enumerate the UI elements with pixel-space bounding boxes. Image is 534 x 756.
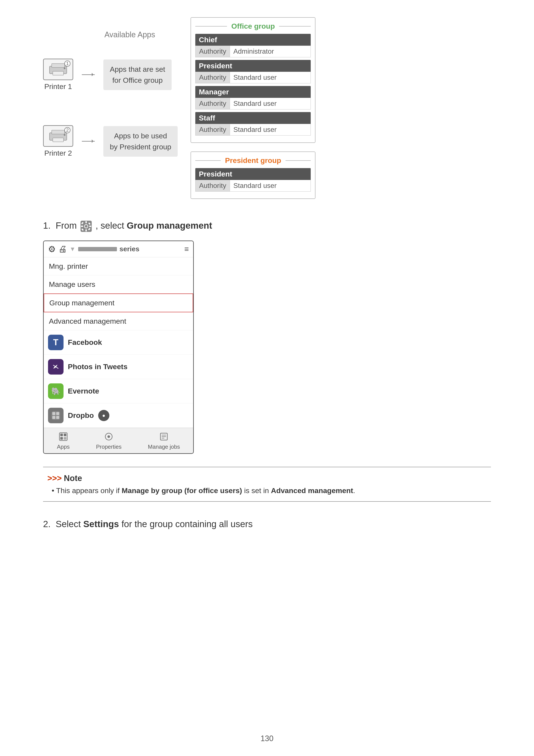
svg-rect-13 [89, 226, 91, 227]
president-office-name: President [195, 60, 311, 72]
svg-rect-1 [52, 64, 64, 68]
note-text-content: • This appears only if Manage by group (… [47, 486, 487, 495]
svg-point-7 [64, 134, 65, 136]
evernote-icon: 🐘 [48, 383, 64, 399]
series-text: series [119, 245, 140, 253]
properties-bottom-label: Properties [96, 444, 122, 450]
dropbox-circle-icon: ● [98, 410, 109, 421]
svg-point-3 [64, 68, 65, 69]
office-group-box: Office group Chief Authority Administrat… [191, 17, 316, 143]
mobile-bottom-bar: Apps Properties [44, 428, 193, 453]
chief-detail: Authority Administrator [195, 46, 311, 57]
dropbox-circle-symbol: ● [102, 413, 106, 418]
bottom-bar-manage-jobs[interactable]: Manage jobs [148, 431, 180, 450]
mobile-apps-section: T Facebook Photos in Tweets 🐘 [44, 330, 193, 428]
svg-point-30 [108, 435, 110, 438]
menu-item-group-management[interactable]: Group management [44, 293, 193, 312]
staff-authority: Authority [195, 124, 230, 135]
step2-number: 2. [43, 519, 53, 529]
svg-rect-22 [52, 416, 55, 419]
menu-item-mng-printer[interactable]: Mng. printer [44, 257, 193, 275]
printer1-icon: 1 [43, 59, 73, 80]
gear-icon [81, 221, 92, 232]
svg-rect-6 [53, 138, 64, 142]
step1-line: 1. From , select Group management [43, 221, 491, 232]
manage-jobs-bottom-icon [158, 431, 169, 442]
mobile-gear-icon: ⚙ [48, 244, 56, 254]
president-group-title-bar: President group [195, 156, 311, 165]
svg-rect-20 [52, 412, 55, 415]
svg-rect-27 [60, 437, 63, 440]
printer2-label: Printer 2 [44, 149, 72, 157]
apps-bottom-icon [58, 431, 69, 442]
president-pres-authority: Authority [195, 180, 230, 191]
step2-text: Select Settings for the group containing… [56, 519, 253, 529]
note-section: >>> Note • This appears only if Manage b… [43, 467, 491, 502]
hamburger-icon: ≡ [184, 245, 189, 254]
mobile-printer-icon: 🖨 [58, 244, 67, 254]
printer1-label: Printer 1 [44, 82, 72, 91]
printer2-row: 2 Printer 2 Apps to be used by President… [43, 125, 178, 157]
printer1-box: 1 Printer 1 [43, 59, 73, 91]
printer2-number: 2 [64, 127, 70, 133]
series-bar [78, 247, 117, 251]
chief-name: Chief [195, 34, 311, 46]
svg-rect-25 [60, 434, 63, 436]
office-group-label: Office group [227, 22, 279, 30]
step1-number: 1. [43, 221, 53, 230]
page-number: 130 [261, 734, 273, 743]
bottom-bar-apps[interactable]: Apps [57, 431, 69, 450]
note-title-text: Note [64, 474, 82, 483]
dropdown-arrow-icon: ▼ [69, 246, 76, 253]
note-bold1: Manage by group (for office users) [122, 486, 242, 495]
user-president-pres: President Authority Standard user [195, 168, 311, 192]
svg-rect-5 [52, 130, 64, 134]
dropbox-partial-name: Dropbo [68, 411, 94, 419]
menu-item-advanced-management[interactable]: Advanced management [44, 312, 193, 330]
diagram-right: Office group Chief Authority Administrat… [191, 17, 316, 199]
svg-rect-10 [86, 221, 87, 223]
president-group-box: President group President Authority Stan… [191, 151, 316, 199]
evernote-name: Evernote [68, 387, 99, 395]
note-title: >>> Note [47, 474, 487, 483]
note-bold2: Advanced management [271, 486, 353, 495]
step1-section: 1. From , select Group management [43, 221, 491, 454]
printer1-number: 1 [64, 61, 70, 67]
mobile-screenshot: ⚙ 🖨 ▼ series ≡ Mng. printer Manage users… [43, 240, 194, 454]
president-pres-role: Standard user [230, 180, 311, 191]
user-staff: Staff Authority Standard user [195, 112, 311, 136]
mobile-header-left: ⚙ 🖨 ▼ series [48, 244, 139, 254]
mobile-header: ⚙ 🖨 ▼ series ≡ [44, 241, 193, 257]
available-apps-label: Available Apps [82, 30, 178, 39]
app-row-evernote: 🐘 Evernote [44, 379, 193, 403]
twitter-name: Photos in Tweets [68, 363, 127, 371]
user-chief: Chief Authority Administrator [195, 34, 311, 57]
manager-authority: Authority [195, 98, 230, 109]
manage-jobs-bottom-label: Manage jobs [148, 444, 180, 450]
president-group-label: President group [221, 156, 286, 165]
president-pres-detail: Authority Standard user [195, 180, 311, 192]
manager-name: Manager [195, 86, 311, 98]
menu-item-manage-users[interactable]: Manage users [44, 275, 193, 293]
app-row-facebook: T Facebook [44, 330, 193, 355]
apps-bottom-label: Apps [57, 444, 69, 450]
user-manager: Manager Authority Standard user [195, 86, 311, 109]
apps-office-box: Apps that are set for Office group [103, 60, 172, 90]
note-arrows: >>> [47, 474, 62, 483]
chief-authority: Authority [195, 46, 230, 57]
app-row-dropbox: Dropbo ● [44, 403, 193, 428]
facebook-icon: T [48, 335, 64, 350]
chief-role: Administrator [230, 46, 311, 57]
bottom-bar-properties[interactable]: Properties [96, 431, 122, 450]
step1-instruction: , select Group management [96, 221, 212, 230]
arrow2 [82, 141, 95, 142]
printer1-row: 1 Printer 1 Apps that are set for Office… [43, 59, 178, 91]
svg-rect-12 [81, 226, 83, 227]
mobile-menu: Mng. printer Manage users Group manageme… [44, 257, 193, 330]
staff-name: Staff [195, 112, 311, 124]
svg-rect-11 [86, 229, 87, 231]
step2-section: 2. Select Settings for the group contain… [43, 519, 491, 529]
svg-rect-23 [56, 416, 59, 419]
manager-role: Standard user [230, 98, 311, 109]
step1-bold: Group management [127, 221, 212, 230]
